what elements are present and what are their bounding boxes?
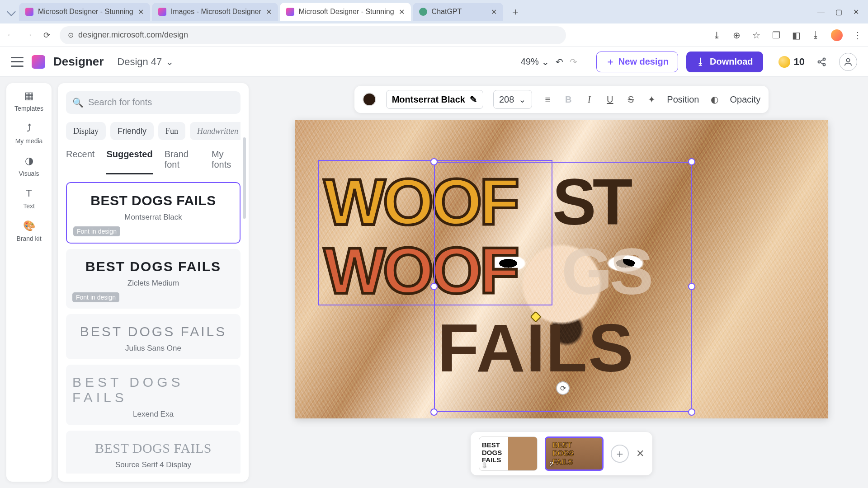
redo-icon[interactable]: ↷ xyxy=(570,56,577,67)
side-panel-icon[interactable]: ◧ xyxy=(791,30,801,40)
close-icon[interactable]: ✕ xyxy=(266,8,272,16)
install-app-icon[interactable]: ⤓ xyxy=(712,30,722,40)
upload-icon: ⤴ xyxy=(23,122,35,135)
resize-handle-icon[interactable] xyxy=(688,408,695,416)
font-card-ziclets[interactable]: BEST DOGS FAILS Ziclets Medium Font in d… xyxy=(66,249,241,309)
chip-handwritten[interactable]: Handwritten xyxy=(190,122,241,141)
rail-templates[interactable]: ▦ Templates xyxy=(6,89,52,112)
page-thumbnail-2-active[interactable]: 2 xyxy=(545,436,604,471)
download-icon: ⭳ xyxy=(696,56,705,67)
align-icon[interactable]: ≡ xyxy=(542,94,553,105)
font-family-dropdown[interactable]: Montserrat Black ✎ xyxy=(386,90,483,109)
underline-icon[interactable]: U xyxy=(604,94,615,105)
font-search-input[interactable]: 🔍 Search for fonts xyxy=(66,91,241,114)
resize-handle-icon[interactable] xyxy=(430,408,438,416)
zoom-browser-icon[interactable]: ⊕ xyxy=(731,30,741,40)
account-icon[interactable] xyxy=(839,53,857,71)
close-icon[interactable]: ✕ xyxy=(399,8,405,16)
credits-counter[interactable]: 10 xyxy=(778,56,805,68)
italic-icon[interactable]: I xyxy=(584,94,594,105)
undo-icon[interactable]: ↶ xyxy=(556,56,563,67)
app-header: Designer Design 47 ⌄ 49% ⌄ ↶ ↷ ＋ New des… xyxy=(0,47,868,77)
hamburger-menu-icon[interactable] xyxy=(11,57,24,67)
rail-my-media[interactable]: ⤴ My media xyxy=(6,122,52,145)
rotate-handle-icon[interactable]: ⟳ xyxy=(556,381,570,395)
rail-brand-kit[interactable]: 🎨 Brand kit xyxy=(6,220,52,242)
search-icon: 🔍 xyxy=(72,97,84,108)
font-size-value: 208 xyxy=(499,94,514,105)
browser-tab-1[interactable]: Microsoft Designer - Stunning ✕ xyxy=(19,3,150,21)
scrollbar-thumb[interactable] xyxy=(243,137,246,219)
window-controls: — ▢ ✕ xyxy=(817,8,864,16)
favicon-icon xyxy=(158,8,166,16)
design-name-dropdown[interactable]: Design 47 ⌄ xyxy=(117,56,174,68)
font-family-label: Montserrat Black xyxy=(392,94,465,105)
zoom-dropdown[interactable]: 49% ⌄ xyxy=(521,56,549,67)
resize-handle-icon[interactable] xyxy=(688,283,695,290)
font-name: Julius Sans One xyxy=(125,344,181,353)
opacity-icon: ◐ xyxy=(709,94,720,105)
font-badge: Font in design xyxy=(73,226,120,236)
share-icon[interactable] xyxy=(813,53,831,71)
tab-recent[interactable]: Recent xyxy=(66,149,94,174)
opacity-button[interactable]: Opacity xyxy=(730,94,761,105)
profile-avatar-icon[interactable] xyxy=(831,29,843,41)
tab-scroll-icon[interactable] xyxy=(7,7,16,16)
extensions-icon[interactable]: ❐ xyxy=(771,30,781,40)
font-card-lexend[interactable]: BEST DOGS FAILS Lexend Exa xyxy=(66,365,241,425)
browser-tab-3-active[interactable]: Microsoft Designer - Stunning ✕ xyxy=(280,3,411,21)
tab-my-fonts[interactable]: My fonts xyxy=(212,149,241,174)
font-sample: BEST DOGS FAILS xyxy=(80,324,227,339)
add-page-button[interactable]: ＋ xyxy=(611,445,629,463)
brand-name: Designer xyxy=(53,55,104,69)
font-card-montserrat[interactable]: BEST DOGS FAILS Montserrat Black Font in… xyxy=(66,182,241,244)
close-icon[interactable]: ✕ xyxy=(491,8,497,16)
text-color-swatch[interactable] xyxy=(363,93,376,106)
chip-friendly[interactable]: Friendly xyxy=(110,122,154,141)
font-card-julius[interactable]: BEST DOGS FAILS Julius Sans One xyxy=(66,314,241,359)
tab-title: Microsoft Designer - Stunning xyxy=(38,8,133,16)
rail-visuals[interactable]: ◑ Visuals xyxy=(6,155,52,177)
effects-icon[interactable]: ✦ xyxy=(646,94,657,105)
close-strip-icon[interactable]: ✕ xyxy=(636,448,644,460)
rail-text[interactable]: T Text xyxy=(6,187,52,210)
bold-icon[interactable]: B xyxy=(563,94,574,105)
bookmark-icon[interactable]: ☆ xyxy=(751,30,761,40)
url-text: designer.microsoft.com/design xyxy=(78,30,188,40)
close-window-icon[interactable]: ✕ xyxy=(853,8,859,16)
browser-menu-icon[interactable]: ⋮ xyxy=(853,30,863,40)
pages-strip: 1 2 ＋ ✕ xyxy=(471,432,652,475)
resize-handle-icon[interactable] xyxy=(430,158,438,165)
site-info-icon[interactable]: ⊙ xyxy=(68,31,74,39)
chip-fun[interactable]: Fun xyxy=(158,122,185,141)
reload-icon[interactable]: ⟳ xyxy=(42,30,52,40)
selection-box-main[interactable] xyxy=(434,162,692,412)
plus-icon: ＋ xyxy=(606,56,615,68)
design-canvas[interactable]: WOOF ST WOOF GS FAILS ⟳ xyxy=(295,120,828,418)
strikethrough-icon[interactable]: S xyxy=(625,94,636,105)
downloads-icon[interactable]: ⭳ xyxy=(811,30,821,40)
font-size-dropdown[interactable]: 208 ⌄ xyxy=(493,90,532,109)
maximize-icon[interactable]: ▢ xyxy=(835,8,842,16)
tab-suggested[interactable]: Suggested xyxy=(106,149,152,174)
font-card-source-serif[interactable]: BEST DOGS FAILS Source Serif 4 Display xyxy=(66,431,241,474)
forward-icon[interactable]: → xyxy=(24,30,33,40)
font-card-list: BEST DOGS FAILS Montserrat Black Font in… xyxy=(66,182,241,474)
chip-display[interactable]: Display xyxy=(66,122,106,141)
resize-handle-icon[interactable] xyxy=(688,158,695,165)
shapes-icon: ◑ xyxy=(23,155,35,167)
back-icon[interactable]: ← xyxy=(5,30,15,40)
minimize-icon[interactable]: — xyxy=(817,8,825,16)
resize-handle-icon[interactable] xyxy=(430,283,438,290)
new-tab-button[interactable]: ＋ xyxy=(508,4,523,19)
browser-tab-2[interactable]: Images - Microsoft Designer ✕ xyxy=(152,3,278,21)
tab-title: Microsoft Designer - Stunning xyxy=(299,8,394,16)
position-button[interactable]: Position xyxy=(667,94,699,105)
new-design-button[interactable]: ＋ New design xyxy=(596,52,678,72)
url-field[interactable]: ⊙ designer.microsoft.com/design xyxy=(60,26,566,44)
page-thumbnail-1[interactable]: 1 xyxy=(479,436,538,471)
close-icon[interactable]: ✕ xyxy=(138,8,144,16)
download-button[interactable]: ⭳ Download xyxy=(686,52,763,72)
tab-brand-font[interactable]: Brand font xyxy=(165,149,200,174)
browser-tab-4[interactable]: ChatGPT ✕ xyxy=(413,3,503,21)
